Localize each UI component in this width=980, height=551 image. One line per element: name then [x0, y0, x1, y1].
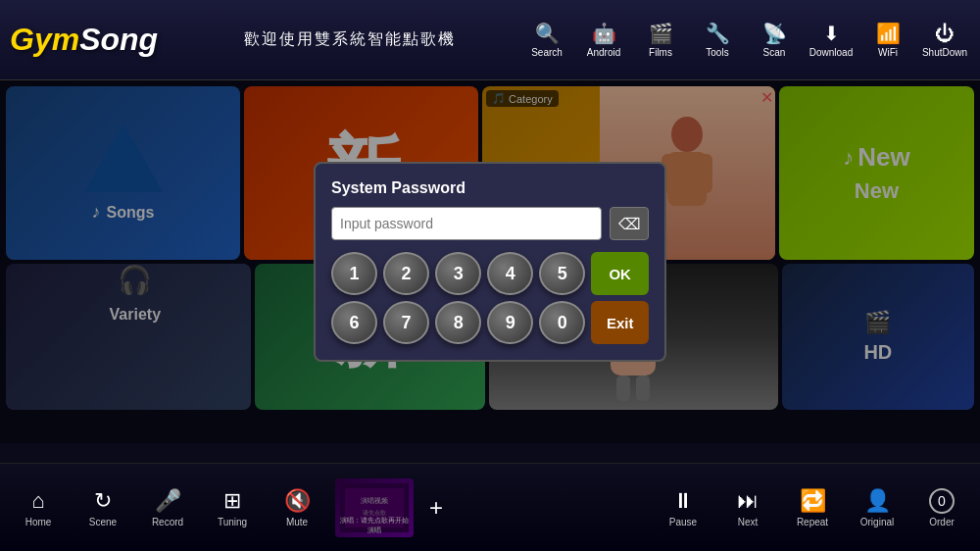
- record-button[interactable]: 🎤 Record: [137, 484, 198, 531]
- repeat-label: Repeat: [797, 517, 828, 527]
- tuning-icon: ⊞: [223, 488, 241, 514]
- download-icon-item[interactable]: ⬇ Download: [806, 18, 857, 62]
- scan-label: Scan: [763, 47, 786, 58]
- wifi-icon: 📶: [876, 22, 901, 45]
- ok-button[interactable]: OK: [591, 252, 649, 295]
- home-icon: ⌂: [31, 488, 44, 514]
- num-btn-2[interactable]: 2: [383, 252, 429, 295]
- search-label: Search: [531, 47, 563, 58]
- num-btn-8[interactable]: 8: [435, 301, 481, 344]
- search-icon: 🔍: [535, 22, 560, 45]
- tools-icon-item[interactable]: 🔧 Tools: [692, 18, 743, 62]
- order-icon: 0: [929, 488, 955, 514]
- record-icon: 🎤: [155, 488, 181, 514]
- mute-label: Mute: [286, 517, 308, 527]
- top-icons-container: 🔍 Search 🤖 Android 🎬 Films 🔧 Tools 📡 Sca…: [521, 18, 970, 62]
- numpad-row-1: 1 2 3 4 5 OK: [331, 252, 649, 295]
- tools-label: Tools: [706, 47, 728, 58]
- numpad-row-2: 6 7 8 9 0 Exit: [331, 301, 649, 344]
- backspace-icon: ⌫: [618, 215, 641, 233]
- backspace-button[interactable]: ⌫: [610, 207, 649, 240]
- shutdown-icon-item[interactable]: ⏻ ShutDown: [919, 19, 970, 62]
- bottom-bar: ⌂ Home ↻ Scene 🎤 Record ⊞ Tuning 🔇 Mute …: [0, 463, 980, 551]
- original-label: Original: [860, 517, 894, 527]
- scene-icon: ↻: [94, 488, 112, 514]
- num-btn-3[interactable]: 3: [435, 252, 481, 295]
- mute-icon: 🔇: [284, 488, 311, 514]
- films-label: Films: [649, 47, 672, 58]
- pause-icon: ⏸: [672, 488, 694, 514]
- repeat-icon: 🔁: [800, 488, 826, 514]
- download-label: Download: [809, 47, 853, 58]
- num-btn-4[interactable]: 4: [487, 252, 533, 295]
- add-to-queue-button[interactable]: +: [421, 490, 451, 526]
- next-button[interactable]: ⏭ Next: [717, 484, 778, 531]
- scene-label: Scene: [89, 517, 117, 527]
- shutdown-icon: ⏻: [935, 23, 955, 45]
- scan-icon-item[interactable]: 📡 Scan: [749, 18, 800, 62]
- pause-button[interactable]: ⏸ Pause: [653, 484, 713, 531]
- password-input[interactable]: [331, 207, 602, 240]
- scan-icon: 📡: [762, 22, 787, 45]
- mute-button[interactable]: 🔇 Mute: [267, 484, 327, 531]
- app-logo: GymSong: [10, 22, 158, 58]
- shutdown-label: ShutDown: [922, 47, 967, 58]
- top-bar: GymSong 歡迎使用雙系統智能點歌機 🔍 Search 🤖 Android …: [0, 0, 980, 80]
- now-playing-text: 演唱：请先点歌再开始演唱: [337, 516, 412, 535]
- main-content: ♪ Songs 新 🎵: [0, 80, 980, 443]
- tuning-label: Tuning: [218, 517, 247, 527]
- order-label: Order: [929, 517, 955, 527]
- system-password-modal: System Password ⌫ 1 2 3 4 5 OK: [314, 162, 666, 362]
- tools-icon: 🔧: [706, 22, 730, 45]
- num-btn-7[interactable]: 7: [383, 301, 429, 344]
- search-icon-item[interactable]: 🔍 Search: [521, 18, 572, 62]
- wifi-label: WiFi: [878, 47, 898, 58]
- numpad-grid: 1 2 3 4 5 OK 6 7 8 9 0 Exit: [331, 252, 649, 344]
- films-icon: 🎬: [649, 22, 673, 45]
- num-btn-5[interactable]: 5: [539, 252, 585, 295]
- num-btn-6[interactable]: 6: [331, 301, 377, 344]
- num-btn-9[interactable]: 9: [487, 301, 533, 344]
- svg-text:演唱视频: 演唱视频: [361, 497, 388, 505]
- pause-label: Pause: [669, 517, 697, 527]
- password-input-row: ⌫: [331, 207, 649, 240]
- android-label: Android: [587, 47, 620, 58]
- download-icon: ⬇: [823, 22, 840, 45]
- home-label: Home: [25, 517, 52, 527]
- android-icon-item[interactable]: 🤖 Android: [578, 18, 629, 62]
- next-icon: ⏭: [737, 488, 759, 514]
- repeat-button[interactable]: 🔁 Repeat: [782, 484, 843, 531]
- android-icon: 🤖: [592, 22, 616, 45]
- exit-button[interactable]: Exit: [591, 301, 649, 344]
- wifi-icon-item[interactable]: 📶 WiFi: [862, 18, 913, 62]
- tuning-button[interactable]: ⊞ Tuning: [202, 484, 263, 531]
- order-button[interactable]: 0 Order: [911, 484, 972, 531]
- num-btn-0[interactable]: 0: [539, 301, 585, 344]
- home-button[interactable]: ⌂ Home: [8, 484, 69, 531]
- next-label: Next: [738, 517, 759, 527]
- original-button[interactable]: 👤 Original: [847, 484, 907, 531]
- original-icon: 👤: [864, 488, 891, 514]
- scene-button[interactable]: ↻ Scene: [73, 484, 133, 531]
- num-btn-1[interactable]: 1: [331, 252, 377, 295]
- modal-title: System Password: [331, 179, 649, 197]
- record-label: Record: [152, 517, 183, 527]
- now-playing-thumbnail: 演唱视频 请先点歌 演唱：请先点歌再开始演唱: [335, 478, 414, 537]
- tagline: 歡迎使用雙系統智能點歌機: [177, 29, 521, 50]
- modal-overlay: System Password ⌫ 1 2 3 4 5 OK: [0, 80, 980, 443]
- films-icon-item[interactable]: 🎬 Films: [635, 18, 686, 62]
